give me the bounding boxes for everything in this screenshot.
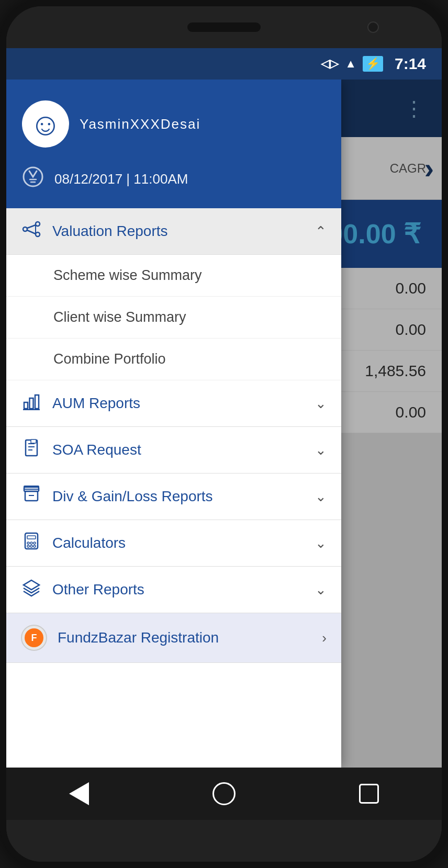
nav-drawer: ☺ YasminXXXDesai [6, 80, 341, 768]
fundzbazar-left: F FundzBazar Registration [21, 625, 219, 651]
svg-rect-10 [30, 398, 33, 409]
datetime-section: 08/12/2017 | 11:00AM [6, 158, 341, 208]
menu-other-reports[interactable]: Other Reports ⌄ [6, 567, 341, 613]
recents-icon [359, 784, 379, 804]
back-icon [69, 782, 89, 805]
menu-soa-request[interactable]: SOA Request ⌄ [6, 427, 341, 474]
svg-rect-11 [35, 395, 39, 409]
username: YasminXXXDesai [80, 116, 200, 132]
svg-line-6 [27, 225, 36, 228]
battery-icon: ⚡ [363, 56, 383, 72]
calc-left: Calculators [21, 532, 126, 555]
menu-section-left: Valuation Reports [21, 220, 168, 243]
svg-point-24 [27, 542, 29, 544]
signal-icon: ▲ [345, 57, 356, 71]
phone-top [6, 6, 442, 48]
drawer-scrim[interactable] [341, 80, 442, 768]
svg-text:F: F [31, 633, 37, 643]
user-icon: ☺ [29, 106, 61, 142]
other-chevron-icon: ⌄ [315, 582, 327, 598]
recents-button[interactable] [356, 781, 382, 807]
bar-chart-icon [21, 392, 42, 415]
svg-point-28 [30, 545, 32, 547]
menu-aum-reports[interactable]: AUM Reports ⌄ [6, 380, 341, 427]
fundzbazar-label: FundzBazar Registration [58, 629, 219, 646]
calc-chevron-icon: ⌄ [315, 535, 327, 551]
home-button[interactable] [211, 781, 237, 807]
combine-portfolio-item[interactable]: Combine Portfolio [6, 339, 341, 380]
menu-calculators[interactable]: Calculators ⌄ [6, 520, 341, 567]
datetime-text: 08/12/2017 | 11:00AM [54, 171, 188, 187]
valuation-reports-label: Valuation Reports [52, 223, 168, 240]
aum-reports-label: AUM Reports [52, 395, 140, 412]
back-button[interactable] [66, 781, 92, 807]
svg-point-3 [23, 227, 27, 231]
svg-point-29 [33, 545, 36, 547]
svg-rect-9 [24, 402, 28, 409]
layers-icon [21, 578, 42, 601]
soa-left: SOA Request [21, 438, 141, 461]
svg-point-27 [27, 545, 29, 547]
home-icon [212, 782, 236, 805]
div-gain-loss-label: Div & Gain/Loss Reports [52, 488, 213, 505]
screen: ◁▷ ▲ ⚡ 7:14 ⋮ CAGR [6, 48, 442, 820]
user-section: ☺ YasminXXXDesai [6, 80, 341, 158]
avatar: ☺ [22, 100, 69, 148]
calculator-icon [21, 532, 42, 555]
scheme-wise-label: Scheme wise Summary [53, 267, 202, 283]
fundzbazar-icon: F [21, 625, 47, 651]
aum-left: AUM Reports [21, 392, 140, 415]
other-reports-label: Other Reports [52, 581, 144, 598]
speaker [187, 22, 261, 32]
main-content: ⋮ CAGR › 000.00 ₹ 0.00 [6, 80, 442, 768]
client-wise-label: Client wise Summary [53, 309, 186, 325]
soa-request-label: SOA Request [52, 442, 141, 458]
soa-chevron-icon: ⌄ [315, 442, 327, 458]
svg-point-25 [30, 542, 32, 544]
aum-chevron-icon: ⌄ [315, 396, 327, 412]
chevron-up-icon: ⌃ [315, 223, 327, 240]
fundzbazar-arrow-icon: › [322, 630, 327, 646]
bottom-nav-bar [6, 768, 442, 820]
status-icons: ◁▷ ▲ ⚡ 7:14 [321, 55, 426, 73]
svg-rect-17 [31, 439, 36, 443]
client-wise-summary-item[interactable]: Client wise Summary [6, 297, 341, 339]
datetime-icon [22, 166, 44, 193]
drawer-header: ☺ YasminXXXDesai [6, 80, 341, 208]
status-bar: ◁▷ ▲ ⚡ 7:14 [6, 48, 442, 80]
menu-valuation-reports[interactable]: Valuation Reports ⌃ [6, 208, 341, 255]
phone-frame: ◁▷ ▲ ⚡ 7:14 ⋮ CAGR [0, 0, 448, 868]
connectivity-icon: ◁▷ [321, 57, 339, 71]
other-left: Other Reports [21, 578, 144, 601]
svg-line-7 [27, 230, 36, 234]
calculators-label: Calculators [52, 535, 126, 551]
menu-fundzbazar[interactable]: F FundzBazar Registration › [6, 613, 341, 663]
scheme-wise-summary-item[interactable]: Scheme wise Summary [6, 255, 341, 297]
archive-icon [21, 485, 42, 508]
network-icon [21, 220, 42, 243]
div-left: Div & Gain/Loss Reports [21, 485, 213, 508]
svg-point-5 [36, 232, 40, 236]
div-chevron-icon: ⌄ [315, 489, 327, 505]
svg-rect-23 [27, 536, 36, 539]
menu-div-gain-loss[interactable]: Div & Gain/Loss Reports ⌄ [6, 474, 341, 520]
camera [367, 21, 379, 33]
combine-portfolio-label: Combine Portfolio [53, 351, 166, 367]
svg-point-4 [36, 222, 40, 226]
document-icon [21, 438, 42, 461]
phone-bottom [6, 820, 442, 862]
status-time: 7:14 [395, 55, 426, 73]
svg-point-26 [33, 542, 36, 544]
